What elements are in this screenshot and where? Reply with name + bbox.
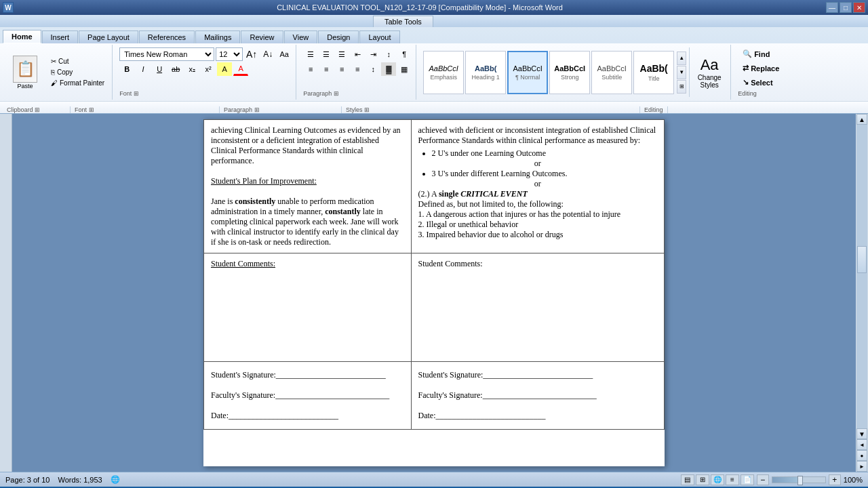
- left-plan-text: Jane is consistently unable to perform m…: [211, 197, 404, 247]
- right-point2: 2. Illegal or unethical behavior: [418, 220, 657, 230]
- font-label: Font ⊞: [71, 106, 220, 113]
- clipboard-group: 📋 Paste ✂Cut ⎘Copy 🖌Format Painter: [3, 45, 113, 100]
- or-text-1: or: [418, 159, 657, 169]
- prev-page-button[interactable]: ◄: [856, 439, 867, 450]
- left-plan-title: Student's Plan for Improvement:: [211, 176, 404, 186]
- style-emphasis[interactable]: AaBbCcI Emphasis: [423, 51, 464, 94]
- style-normal[interactable]: AaBbCcI ¶ Normal: [507, 51, 548, 94]
- minimize-button[interactable]: —: [826, 2, 838, 13]
- tab-design[interactable]: Design: [318, 30, 359, 43]
- bold-button[interactable]: B: [119, 62, 134, 76]
- editing-group: 🔍 Find ⇄ Replace ↘ Select Editing: [734, 45, 788, 100]
- font-color-button[interactable]: A: [233, 62, 248, 76]
- style-title[interactable]: AaBb( Title: [633, 51, 674, 94]
- find-button[interactable]: 🔍 Find: [738, 47, 784, 60]
- scroll-up-button[interactable]: ▲: [856, 114, 867, 125]
- multilevel-list-button[interactable]: ☰: [334, 47, 349, 61]
- change-styles-icon: Aa: [701, 56, 719, 74]
- increase-indent-button[interactable]: ⇥: [366, 47, 380, 61]
- draft-view-button[interactable]: 📄: [741, 474, 754, 485]
- numbering-button[interactable]: ☰: [319, 47, 334, 61]
- superscript-button[interactable]: x²: [201, 62, 216, 76]
- styles-scroll-up[interactable]: ▲: [677, 52, 686, 65]
- view-buttons: ▤ ⊞ 🌐 ≡ 📄: [681, 474, 754, 485]
- cut-button[interactable]: ✂Cut: [47, 56, 108, 66]
- align-right-button[interactable]: ≡: [334, 62, 349, 76]
- change-case-button[interactable]: Aa: [277, 47, 292, 61]
- align-left-button[interactable]: ≡: [303, 62, 318, 76]
- next-page-button[interactable]: ►: [856, 461, 867, 472]
- justify-button[interactable]: ≡: [350, 62, 365, 76]
- table-tools-tab[interactable]: Table Tools: [373, 16, 433, 27]
- font-group-label: Font ⊞: [119, 90, 292, 97]
- format-painter-button[interactable]: 🖌Format Painter: [47, 78, 108, 88]
- center-button[interactable]: ≡: [319, 62, 334, 76]
- left-student-sig: Student's Signature:____________________…: [211, 370, 404, 380]
- close-button[interactable]: ✕: [853, 2, 865, 13]
- tab-insert[interactable]: Insert: [42, 30, 79, 43]
- paragraph-label: Paragraph ⊞: [220, 106, 342, 113]
- italic-button[interactable]: I: [136, 62, 151, 76]
- right-content-cell: achieved with deficient or inconsistent …: [411, 120, 664, 253]
- paragraph-group: ☰ ☰ ☰ ⇤ ⇥ ↕ ¶ ≡ ≡ ≡ ≡ ↕ ▓ ▦ Paragraph ⊞: [299, 45, 416, 100]
- left-para1: achieving Clinical Learning Outcomes as …: [211, 125, 404, 166]
- select-browse-button[interactable]: ●: [856, 450, 867, 461]
- select-button[interactable]: ↘ Select: [738, 76, 784, 89]
- zoom-in-button[interactable]: +: [829, 474, 841, 485]
- zoom-out-button[interactable]: −: [757, 474, 769, 485]
- style-strong[interactable]: AaBbCcI Strong: [549, 51, 590, 94]
- tab-references[interactable]: References: [139, 30, 195, 43]
- print-layout-button[interactable]: ▤: [681, 474, 694, 485]
- clipboard-small-buttons: ✂Cut ⎘Copy 🖌Format Painter: [47, 56, 108, 88]
- show-formatting-button[interactable]: ¶: [397, 47, 412, 61]
- bullets-button[interactable]: ☰: [303, 47, 318, 61]
- shrink-font-button[interactable]: A↓: [260, 47, 275, 61]
- font-name-select[interactable]: Times New Roman: [119, 47, 214, 61]
- style-subtitle[interactable]: AaBbCcI Subtitle: [591, 51, 632, 94]
- copy-button[interactable]: ⎘Copy: [47, 67, 108, 77]
- right-point3: 3. Impaired behavior due to alcohol or d…: [418, 230, 657, 240]
- scrollbar-track[interactable]: [856, 125, 867, 428]
- change-styles-button[interactable]: Aa Change Styles: [692, 53, 726, 92]
- grow-font-button[interactable]: A↑: [244, 47, 259, 61]
- tab-layout[interactable]: Layout: [359, 30, 399, 43]
- borders-button[interactable]: ▦: [397, 62, 412, 76]
- document-table: achieving Clinical Learning Outcomes as …: [203, 119, 665, 430]
- shading-button[interactable]: ▓: [381, 62, 396, 76]
- paste-button[interactable]: 📋 Paste: [7, 52, 43, 93]
- subscript-button[interactable]: x₂: [184, 62, 199, 76]
- tab-page-layout[interactable]: Page Layout: [79, 30, 138, 43]
- tab-mailings[interactable]: Mailings: [195, 30, 240, 43]
- line-spacing-button[interactable]: ↕: [366, 62, 380, 76]
- font-group: Times New Roman 12 A↑ A↓ Aa B I U ab x₂ …: [115, 45, 296, 100]
- document-scroll-area[interactable]: achieving Clinical Learning Outcomes as …: [12, 114, 856, 472]
- scrollbar-thumb[interactable]: [857, 246, 867, 273]
- maximize-button[interactable]: □: [840, 2, 852, 13]
- decrease-indent-button[interactable]: ⇤: [350, 47, 365, 61]
- zoom-slider[interactable]: [772, 476, 826, 483]
- styles-group: AaBbCcI Emphasis AaBb( Heading 1 AaBbCcI…: [419, 45, 731, 100]
- tab-review[interactable]: Review: [241, 30, 283, 43]
- styles-more-button[interactable]: ⊞: [677, 80, 686, 94]
- table-tools-bar: Table Tools: [0, 15, 868, 27]
- style-heading1[interactable]: AaBb( Heading 1: [465, 51, 506, 94]
- outline-view-button[interactable]: ≡: [726, 474, 739, 485]
- vertical-scrollbar[interactable]: ▲ ▼ ◄ ● ►: [856, 114, 868, 472]
- tab-view[interactable]: View: [284, 30, 318, 43]
- student-comments-row: Student Comments: Student Comments:: [204, 253, 665, 362]
- styles-scroll-down[interactable]: ▼: [677, 66, 686, 79]
- zoom-handle[interactable]: [797, 476, 803, 485]
- web-layout-button[interactable]: 🌐: [711, 474, 724, 485]
- font-size-select[interactable]: 12: [216, 47, 243, 61]
- strikethrough-button[interactable]: ab: [168, 62, 183, 76]
- replace-button[interactable]: ⇄ Replace: [738, 62, 784, 75]
- tab-home[interactable]: Home: [3, 30, 41, 43]
- text-highlight-button[interactable]: A: [217, 62, 232, 76]
- full-screen-button[interactable]: ⊞: [696, 474, 709, 485]
- sort-button[interactable]: ↕: [381, 47, 396, 61]
- editing-group-label: Editing: [738, 90, 784, 97]
- clipboard-label: Clipboard ⊞: [3, 106, 71, 113]
- words-status: Words: 1,953: [58, 476, 102, 484]
- underline-button[interactable]: U: [152, 62, 167, 76]
- scroll-down-button[interactable]: ▼: [856, 428, 867, 439]
